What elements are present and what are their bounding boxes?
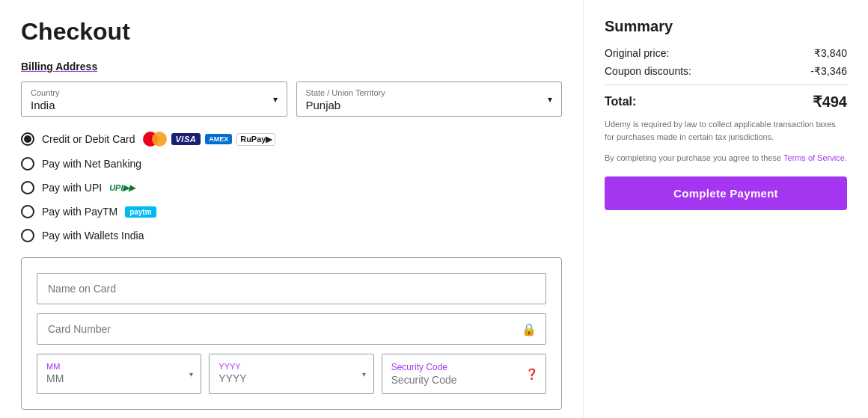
card-number-input[interactable]: [48, 323, 535, 335]
upi-radio[interactable]: [21, 181, 34, 194]
total-value: ₹494: [813, 93, 847, 111]
address-row: Country India ▾ State / Union Territory …: [21, 82, 562, 117]
tos-suffix: .: [845, 153, 847, 162]
year-value: YYYY: [218, 372, 246, 384]
country-select[interactable]: Country India ▾: [21, 82, 287, 117]
paytm-radio[interactable]: [21, 205, 34, 218]
security-code-field[interactable]: Security Code ❓: [382, 354, 546, 394]
original-price-label: Original price:: [605, 47, 669, 59]
credit-debit-label: Credit or Debit Card: [42, 133, 135, 145]
summary-panel: Summary Original price: ₹3,840 Coupon di…: [584, 0, 868, 418]
credit-debit-radio[interactable]: [21, 132, 34, 146]
security-code-label: Security Code: [391, 362, 537, 372]
amex-icon: AMEX: [205, 134, 232, 144]
card-form: 🔒 MM MM ▾ YYYY YYYY ▾ Security Code ❓: [21, 257, 562, 410]
country-value: India: [31, 99, 55, 111]
help-circle-icon: ❓: [525, 368, 538, 380]
coupon-value: -₹3,346: [810, 65, 847, 77]
state-label: State / Union Territory: [306, 88, 553, 97]
coupon-row: Coupon discounts: -₹3,346: [605, 65, 847, 77]
complete-payment-button[interactable]: Complete Payment: [605, 176, 847, 210]
expiry-security-row: MM MM ▾ YYYY YYYY ▾ Security Code ❓: [37, 354, 546, 394]
original-price-row: Original price: ₹3,840: [605, 47, 847, 59]
wallets-label: Pay with Wallets India: [42, 230, 144, 242]
tos-prefix: By completing your purchase you agree to…: [605, 153, 783, 162]
net-banking-label: Pay with Net Banking: [42, 158, 141, 170]
security-code-input[interactable]: [391, 374, 507, 386]
total-row: Total: ₹494: [605, 93, 847, 111]
page-title: Checkout: [21, 18, 562, 46]
net-banking-option[interactable]: Pay with Net Banking: [21, 157, 562, 170]
payment-options-group: Credit or Debit Card VISA AMEX RuPay▶ Pa…: [21, 132, 562, 242]
upi-icon: UPI▶▶: [109, 183, 135, 193]
billing-address-label: Billing Address: [21, 61, 562, 73]
state-value: Punjab: [306, 99, 341, 111]
month-label: MM: [46, 362, 192, 371]
card-icons-group: VISA AMEX RuPay▶: [143, 132, 276, 147]
wallets-radio[interactable]: [21, 229, 34, 242]
rupay-icon: RuPay▶: [236, 133, 275, 146]
card-number-field[interactable]: 🔒: [37, 313, 546, 345]
summary-divider: [605, 84, 847, 85]
state-chevron-icon: ▾: [548, 94, 552, 105]
name-on-card-input[interactable]: [48, 283, 535, 295]
credit-debit-option[interactable]: Credit or Debit Card VISA AMEX RuPay▶: [21, 132, 562, 147]
year-label: YYYY: [218, 362, 364, 371]
paytm-label: Pay with PayTM: [42, 206, 117, 218]
month-select[interactable]: MM MM ▾: [37, 354, 201, 394]
visa-icon: VISA: [171, 133, 201, 145]
tax-note: Udemy is required by law to collect appl…: [605, 118, 847, 143]
state-select[interactable]: State / Union Territory Punjab ▾: [296, 82, 563, 117]
paytm-icon: paytm: [125, 206, 156, 218]
year-chevron-icon: ▾: [362, 370, 366, 378]
tos-link[interactable]: Terms of Service: [783, 153, 845, 162]
net-banking-radio[interactable]: [21, 157, 34, 170]
lock-icon: 🔒: [522, 322, 537, 336]
year-select[interactable]: YYYY YYYY ▾: [209, 354, 373, 394]
original-price-value: ₹3,840: [814, 47, 847, 59]
summary-title: Summary: [605, 18, 847, 35]
country-chevron-icon: ▾: [273, 94, 278, 105]
country-label: Country: [31, 88, 278, 97]
month-chevron-icon: ▾: [189, 370, 193, 378]
paytm-option[interactable]: Pay with PayTM paytm: [21, 205, 562, 218]
name-on-card-field[interactable]: [37, 273, 546, 304]
upi-option[interactable]: Pay with UPI UPI▶▶: [21, 181, 562, 194]
tos-note: By completing your purchase you agree to…: [605, 152, 847, 165]
radio-fill: [24, 135, 31, 143]
total-label: Total:: [605, 95, 636, 108]
coupon-label: Coupon discounts:: [605, 65, 691, 77]
month-value: MM: [46, 372, 64, 384]
wallets-option[interactable]: Pay with Wallets India: [21, 229, 562, 242]
upi-label: Pay with UPI: [42, 182, 102, 194]
mastercard-icon: [143, 132, 167, 147]
